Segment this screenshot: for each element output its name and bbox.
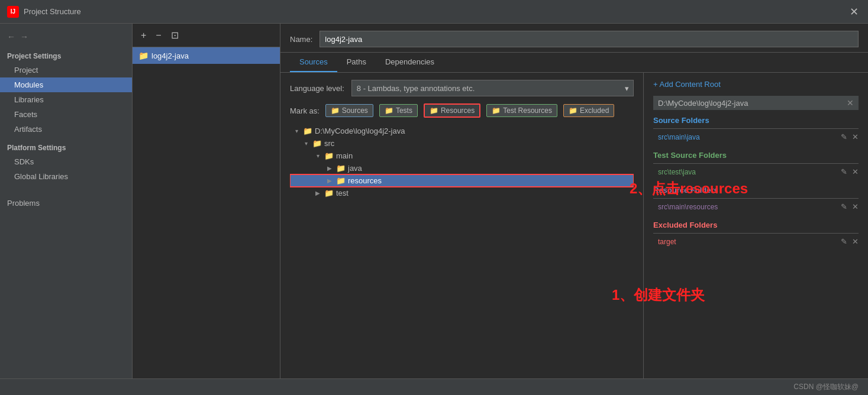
tree-text-test: test <box>336 189 349 198</box>
mark-sources-label: Sources <box>342 106 368 115</box>
sidebar-item-project[interactable]: Project <box>0 63 132 77</box>
mark-resources-label: Resources <box>441 106 475 115</box>
add-module-button[interactable]: + <box>138 29 149 42</box>
forward-arrow[interactable]: → <box>20 32 28 41</box>
folder-icon-resources: 📁 <box>336 176 346 185</box>
bottom-credit: CSDN @怪咖软妹@ <box>793 382 859 392</box>
toggle-root: ▾ <box>292 128 301 134</box>
content-wrapper: Language level: 8 - Lambdas, type annota… <box>280 73 868 378</box>
test-source-folder-actions: ✎ ✕ <box>841 167 859 176</box>
resource-folders-section: Resource Folders src\main\resources ✎ ✕ <box>653 186 859 212</box>
excluded-folder-path: target <box>658 238 676 246</box>
module-panel: + − ⊡ 📁 log4j2-java <box>133 24 280 378</box>
platform-settings-header: Platform Settings <box>0 137 132 154</box>
path-close-button[interactable]: ✕ <box>847 98 854 108</box>
name-input[interactable] <box>320 31 859 47</box>
mark-sources-button[interactable]: 📁 Sources <box>325 104 373 117</box>
content-area: Name: Sources Paths Dependencies Languag… <box>280 24 868 378</box>
mark-test-resources-button[interactable]: 📁 Test Resources <box>486 104 557 117</box>
excluded-folder-actions: ✎ ✕ <box>841 237 859 246</box>
resource-remove-button[interactable]: ✕ <box>852 202 859 211</box>
sidebar-item-problems[interactable]: Problems <box>0 196 132 211</box>
resource-folders-title: Resource Folders <box>653 186 859 195</box>
copy-module-button[interactable]: ⊡ <box>169 28 181 42</box>
remove-module-button[interactable]: − <box>153 29 163 42</box>
toggle-java: ▶ <box>325 165 334 171</box>
tree-item-resources[interactable]: ▶ 📁 resources <box>290 174 634 187</box>
test-source-folder-path: src\test\java <box>658 168 696 176</box>
source-folder-actions: ✎ ✕ <box>841 132 859 141</box>
app-logo: IJ <box>7 6 19 18</box>
folder-icon-java: 📁 <box>336 164 346 173</box>
mark-resources-button[interactable]: 📁 Resources <box>424 103 480 118</box>
folder-icon-root: 📁 <box>303 127 312 135</box>
path-text: D:\MyCode\log\log4j2-java <box>658 99 748 108</box>
tree-item-test[interactable]: ▶ 📁 test <box>290 187 634 199</box>
sidebar-item-global-libraries[interactable]: Global Libraries <box>0 169 132 184</box>
main-layout: ← → Project Settings Project Modules Lib… <box>0 24 868 378</box>
resource-folder-path: src\main\resources <box>658 203 718 211</box>
sidebar-item-artifacts[interactable]: Artifacts <box>0 122 132 137</box>
sidebar-item-facets[interactable]: Facets <box>0 107 132 122</box>
sidebar-item-modules[interactable]: Modules <box>0 77 132 92</box>
test-source-folder-entry: src\test\java ✎ ✕ <box>653 166 859 177</box>
sources-icon: 📁 <box>331 106 340 115</box>
add-content-root-label: + Add Content Root <box>653 80 721 89</box>
add-content-root-button[interactable]: + Add Content Root <box>653 80 859 89</box>
name-row: Name: <box>280 24 868 53</box>
folder-icon-test: 📁 <box>324 189 334 198</box>
tree-item-root[interactable]: ▾ 📁 D:\MyCode\log\log4j2-java <box>290 125 634 137</box>
tree-text-root: D:\MyCode\log\log4j2-java <box>315 127 405 135</box>
tree-item-java[interactable]: ▶ 📁 java <box>290 162 634 174</box>
lang-label: Language level: <box>290 84 344 93</box>
folder-icon-main: 📁 <box>324 151 334 160</box>
file-tree: ▾ 📁 D:\MyCode\log\log4j2-java ▾ 📁 src ▾ … <box>290 125 634 371</box>
tab-paths[interactable]: Paths <box>337 53 376 72</box>
excluded-icon: 📁 <box>569 106 577 115</box>
sidebar-item-libraries[interactable]: Libraries <box>0 92 132 107</box>
excluded-folders-divider <box>653 233 859 234</box>
project-settings-header: Project Settings <box>0 47 132 63</box>
toggle-src: ▾ <box>302 140 310 147</box>
back-arrow[interactable]: ← <box>7 32 15 41</box>
close-button[interactable]: ✕ <box>847 5 861 18</box>
tree-item-main[interactable]: ▾ 📁 main <box>290 150 634 162</box>
test-source-folders-divider <box>653 163 859 164</box>
tree-text-resources: resources <box>348 176 382 185</box>
toggle-test: ▶ <box>314 190 322 196</box>
tree-panel: Language level: 8 - Lambdas, type annota… <box>280 73 643 378</box>
source-edit-button[interactable]: ✎ <box>841 132 847 141</box>
module-item-label: log4j2-java <box>151 51 189 60</box>
lang-level-select[interactable]: 8 - Lambdas, type annotations etc.7 - Di… <box>351 80 634 96</box>
excluded-remove-button[interactable]: ✕ <box>852 237 859 246</box>
right-panel: + Add Content Root D:\MyCode\log\log4j2-… <box>643 73 868 378</box>
resource-edit-button[interactable]: ✎ <box>841 202 847 211</box>
tab-sources[interactable]: Sources <box>290 53 337 72</box>
toggle-resources: ▶ <box>325 177 334 184</box>
test-source-folders-title: Test Source Folders <box>653 151 859 160</box>
lang-select-wrapper: 8 - Lambdas, type annotations etc.7 - Di… <box>351 80 634 96</box>
title-bar: IJ Project Structure ✕ <box>0 0 868 24</box>
excluded-edit-button[interactable]: ✎ <box>841 237 847 246</box>
tests-icon: 📁 <box>385 106 393 115</box>
resource-folders-divider <box>653 198 859 199</box>
mark-tests-button[interactable]: 📁 Tests <box>379 104 418 117</box>
tabs-row: Sources Paths Dependencies <box>280 53 868 73</box>
tab-dependencies[interactable]: Dependencies <box>376 53 444 72</box>
source-remove-button[interactable]: ✕ <box>852 132 859 141</box>
source-folder-entry: src\main\java ✎ ✕ <box>653 131 859 143</box>
mark-excluded-button[interactable]: 📁 Excluded <box>563 104 614 117</box>
tree-text-src: src <box>324 139 334 148</box>
mark-tests-label: Tests <box>396 106 412 115</box>
tree-item-src[interactable]: ▾ 📁 src <box>290 137 634 150</box>
mark-as-row: Mark as: 📁 Sources 📁 Tests 📁 Resources <box>290 103 634 118</box>
toggle-main: ▾ <box>314 153 322 159</box>
sidebar-item-sdks[interactable]: SDKs <box>0 154 132 169</box>
module-list: 📁 log4j2-java <box>133 47 280 378</box>
mark-as-label: Mark as: <box>290 106 320 115</box>
excluded-folders-section: Excluded Folders target ✎ ✕ <box>653 221 859 247</box>
excluded-folder-entry: target ✎ ✕ <box>653 236 859 247</box>
test-source-remove-button[interactable]: ✕ <box>852 167 859 176</box>
test-source-edit-button[interactable]: ✎ <box>841 167 847 176</box>
module-item[interactable]: 📁 log4j2-java <box>133 47 280 64</box>
